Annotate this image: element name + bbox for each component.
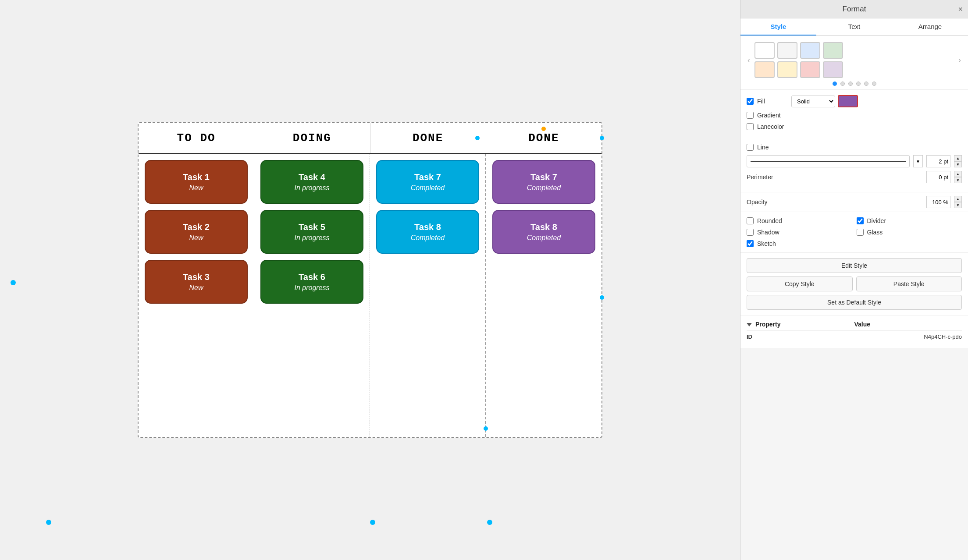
opacity-input[interactable] xyxy=(926,196,950,208)
swatch-dot-5[interactable] xyxy=(864,82,868,86)
col-todo: Task 1 New Task 2 New Task 3 New xyxy=(139,154,254,437)
swatch-light-red[interactable] xyxy=(800,61,820,78)
swatch-dot-6[interactable] xyxy=(872,82,876,86)
swatch-dot-4[interactable] xyxy=(856,82,861,86)
perimeter-pt-input[interactable] xyxy=(926,171,950,183)
perimeter-label: Perimeter xyxy=(747,174,777,181)
swatch-page-dots xyxy=(746,82,963,86)
task-2-subtitle: New xyxy=(189,234,203,242)
task-8b-title: Task 8 xyxy=(530,222,557,232)
task-card-8b[interactable]: Task 8 Completed xyxy=(492,210,595,254)
perimeter-down[interactable]: ▼ xyxy=(954,177,962,183)
opacity-up[interactable]: ▲ xyxy=(954,196,962,202)
col-done1: Task 7 Completed Task 8 Completed xyxy=(370,154,486,437)
property-col-header: Property xyxy=(747,321,854,328)
swatch-light-orange[interactable] xyxy=(754,61,775,78)
fill-row: Fill Solid None Linear Radial xyxy=(747,95,962,107)
sketch-checkbox[interactable] xyxy=(747,240,754,247)
task-card-7a[interactable]: Task 7 Completed xyxy=(376,160,479,204)
canvas-area[interactable]: TO DO DOING DONE DONE Task 1 N xyxy=(0,0,740,560)
property-id-key: ID xyxy=(747,333,854,340)
task-6-title: Task 6 xyxy=(299,272,325,282)
swatch-light-purple[interactable] xyxy=(823,61,843,78)
shadow-checkbox[interactable] xyxy=(747,229,754,236)
col-header-doing: DOING xyxy=(254,123,370,153)
blue-dot-done2-right xyxy=(600,295,604,300)
swatch-light-gray[interactable] xyxy=(777,42,797,59)
rounded-checkbox[interactable] xyxy=(747,217,754,224)
gradient-checkbox[interactable] xyxy=(747,112,754,119)
task-card-1[interactable]: Task 1 New xyxy=(145,160,248,204)
selection-handle-bottom-left[interactable] xyxy=(46,520,51,525)
swatches-nav: ‹ › xyxy=(746,42,963,78)
rounded-label: Rounded xyxy=(757,217,782,224)
format-close-button[interactable]: × xyxy=(958,4,963,14)
divider-checkbox[interactable] xyxy=(857,217,864,224)
format-panel: Format × Style Text Arrange ‹ xyxy=(740,0,968,560)
format-panel-header: Format × xyxy=(740,0,968,18)
perimeter-spinner: ▲ ▼ xyxy=(954,171,962,183)
perimeter-up[interactable]: ▲ xyxy=(954,171,962,177)
sketch-row: Sketch xyxy=(747,240,962,247)
selection-handle-left[interactable] xyxy=(11,280,16,285)
task-7b-subtitle: Completed xyxy=(527,184,561,192)
collapse-triangle-icon[interactable] xyxy=(747,323,752,326)
task-2-title: Task 2 xyxy=(183,222,210,232)
set-default-style-button[interactable]: Set as Default Style xyxy=(747,295,962,310)
line-checkbox[interactable] xyxy=(747,144,754,151)
task-5-subtitle: In progress xyxy=(294,234,329,242)
task-6-subtitle: In progress xyxy=(294,284,329,292)
paste-style-button[interactable]: Paste Style xyxy=(856,276,962,291)
task-card-6[interactable]: Task 6 In progress xyxy=(260,260,363,304)
task-1-title: Task 1 xyxy=(183,172,210,182)
property-table-header: Property Value xyxy=(747,321,962,328)
task-card-2[interactable]: Task 2 New xyxy=(145,210,248,254)
swatch-dot-2[interactable] xyxy=(840,82,845,86)
task-card-3[interactable]: Task 3 New xyxy=(145,260,248,304)
selection-handle-bottom-center[interactable] xyxy=(370,520,375,525)
swatch-light-yellow[interactable] xyxy=(777,61,797,78)
line-label: Line xyxy=(757,144,788,151)
divider-label: Divider xyxy=(867,217,886,224)
perimeter-row: Perimeter ▲ ▼ xyxy=(747,171,962,183)
copy-paste-row: Copy Style Paste Style xyxy=(747,276,962,291)
swatch-white[interactable] xyxy=(754,42,775,59)
line-pt-down[interactable]: ▼ xyxy=(954,161,962,167)
opacity-section: Opacity ▲ ▼ xyxy=(740,192,968,212)
tab-arrange[interactable]: Arrange xyxy=(892,18,968,35)
lanecolor-checkbox[interactable] xyxy=(747,123,754,130)
task-5-title: Task 5 xyxy=(299,222,325,232)
copy-style-button[interactable]: Copy Style xyxy=(747,276,853,291)
opacity-spinner: ▲ ▼ xyxy=(954,196,962,208)
shadow-label: Shadow xyxy=(757,229,779,236)
swatch-light-blue[interactable] xyxy=(800,42,820,59)
swatch-light-green[interactable] xyxy=(823,42,843,59)
gradient-row: Gradient xyxy=(747,112,962,119)
line-pt-up[interactable]: ▲ xyxy=(954,155,962,161)
edit-style-button[interactable]: Edit Style xyxy=(747,258,962,273)
task-card-4[interactable]: Task 4 In progress xyxy=(260,160,363,204)
line-pt-input[interactable] xyxy=(926,155,950,167)
selection-handle-bottom-right[interactable] xyxy=(487,520,492,525)
task-7b-title: Task 7 xyxy=(530,172,557,182)
line-style-dropdown-btn[interactable]: ▼ xyxy=(913,155,923,167)
fill-section: Fill Solid None Linear Radial Gradient L… xyxy=(740,90,968,140)
swatches-prev-arrow[interactable]: ‹ xyxy=(746,54,752,67)
fill-checkbox[interactable] xyxy=(747,98,754,105)
task-card-7b[interactable]: Task 7 Completed xyxy=(492,160,595,204)
opacity-down[interactable]: ▼ xyxy=(954,202,962,208)
property-id-value: N4p4CH-c-pdo xyxy=(854,333,962,340)
task-card-8a[interactable]: Task 8 Completed xyxy=(376,210,479,254)
fill-color-picker[interactable] xyxy=(838,95,858,107)
swatch-dot-1[interactable] xyxy=(833,82,837,86)
task-card-5[interactable]: Task 5 In progress xyxy=(260,210,363,254)
glass-checkbox[interactable] xyxy=(857,229,864,236)
fill-type-select[interactable]: Solid None Linear Radial xyxy=(791,96,835,107)
style-checkboxes-section: Rounded Divider Shadow Glass Sketch xyxy=(740,212,968,253)
swatches-grid xyxy=(754,42,954,78)
swatches-next-arrow[interactable]: › xyxy=(957,54,963,67)
swatch-dot-3[interactable] xyxy=(848,82,853,86)
tab-text[interactable]: Text xyxy=(816,18,892,35)
divider-row: Divider xyxy=(857,217,962,224)
tab-style[interactable]: Style xyxy=(740,18,816,35)
